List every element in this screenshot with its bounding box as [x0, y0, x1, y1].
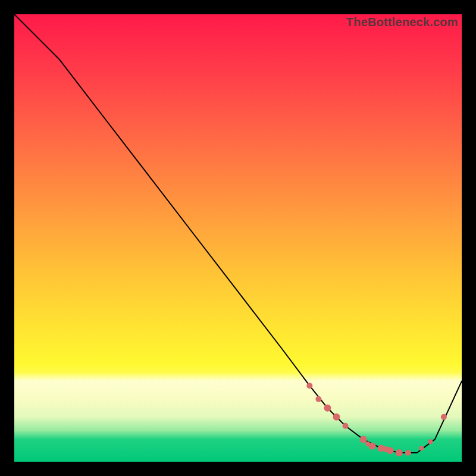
marker-group: [306, 383, 447, 456]
data-marker: [396, 449, 403, 456]
chart-stage: TheBottleneck.com: [0, 0, 476, 476]
data-marker: [333, 414, 340, 421]
data-marker: [419, 446, 424, 450]
data-marker: [324, 405, 331, 412]
data-marker: [428, 439, 433, 444]
curve-group: [14, 14, 462, 456]
data-marker: [343, 423, 349, 429]
data-marker: [441, 414, 447, 420]
bottleneck-curve: [14, 14, 462, 453]
data-marker: [360, 436, 367, 443]
curve-layer: [14, 14, 462, 462]
data-marker: [315, 396, 321, 402]
data-marker: [306, 383, 312, 389]
data-marker: [387, 447, 394, 454]
data-marker: [369, 443, 376, 450]
plot-area: TheBottleneck.com: [14, 14, 462, 462]
data-marker: [405, 450, 411, 456]
